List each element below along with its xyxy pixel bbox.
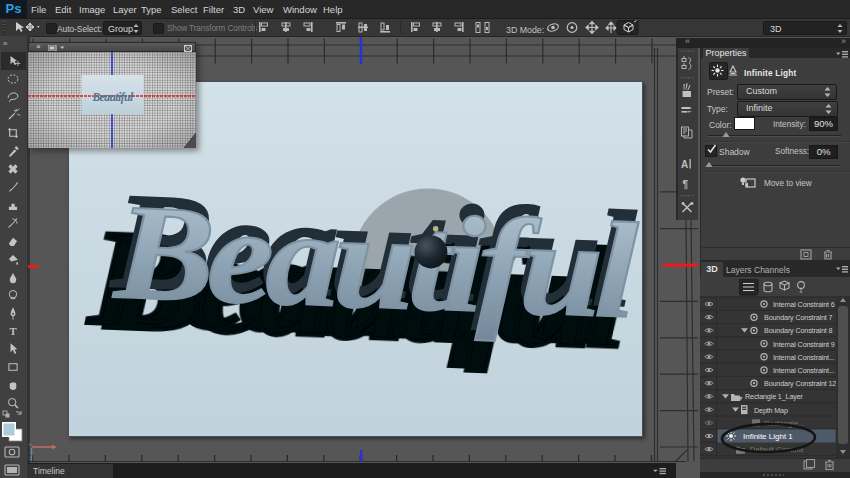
svg-text:Internal Constraint...: Internal Constraint... (773, 353, 835, 362)
svg-text:Infinite Light 1: Infinite Light 1 (743, 432, 793, 441)
svg-text:Internal Constraint 9: Internal Constraint 9 (773, 340, 835, 349)
svg-text:Boundary Constraint 12: Boundary Constraint 12 (764, 379, 836, 388)
svg-text:T: T (9, 326, 16, 337)
svg-text:Boundary Constraint 8: Boundary Constraint 8 (764, 326, 833, 335)
svg-text:Depth Map: Depth Map (754, 406, 788, 415)
svg-text:Boundary Constraint 7: Boundary Constraint 7 (764, 313, 833, 322)
svg-text:Rectangle 1_Layer: Rectangle 1_Layer (745, 392, 804, 401)
svg-text:Internal Constraint 6: Internal Constraint 6 (773, 300, 835, 309)
svg-text:Beautiful: Beautiful (111, 175, 641, 347)
svg-text:A: A (681, 159, 688, 170)
svg-text:¶: ¶ (683, 179, 689, 190)
svg-text:Beautiful: Beautiful (91, 91, 134, 104)
svg-text:Internal Constraint...: Internal Constraint... (773, 366, 835, 375)
